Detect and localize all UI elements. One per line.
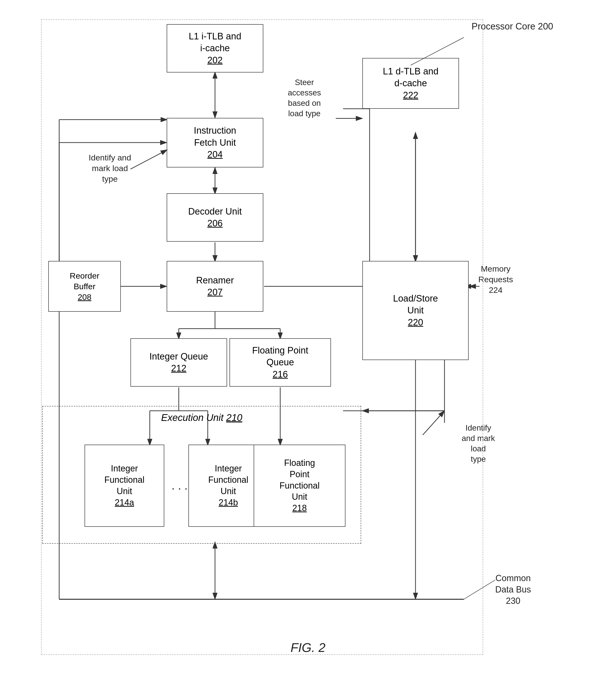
renamer-number: 207 xyxy=(207,286,223,298)
diagram: Processor Core 200 L1 i-TLB andi-cache 2… xyxy=(0,0,616,679)
decoder-label: Decoder Unit xyxy=(188,206,242,218)
reorder-number: 208 xyxy=(78,292,92,302)
fp-func-label: FloatingPointFunctionalUnit xyxy=(280,457,320,503)
load-store-number: 220 xyxy=(408,317,423,328)
box-reorder: ReorderBuffer 208 xyxy=(48,261,121,312)
ellipsis: · · · xyxy=(171,481,188,496)
fp-queue-number: 216 xyxy=(272,368,288,380)
box-decoder: Decoder Unit 206 xyxy=(167,193,263,241)
l1-itlb-label: L1 i-TLB andi-cache xyxy=(189,30,241,54)
identify-mark-label-left: Identify andmark loadtype xyxy=(72,152,148,184)
svg-line-36 xyxy=(423,411,445,435)
execution-unit-label: Execution Unit 210 xyxy=(161,411,242,424)
fig-label: FIG. 2 xyxy=(291,640,325,655)
box-renamer: Renamer 207 xyxy=(167,261,263,312)
steer-accesses-label: Steeraccessesbased onload type xyxy=(270,77,338,119)
decoder-number: 206 xyxy=(207,218,223,229)
int-queue-number: 212 xyxy=(171,362,186,374)
box-l1-dtlb: L1 d-TLB andd-cache 222 xyxy=(362,58,459,109)
l1-dtlb-label: L1 d-TLB andd-cache xyxy=(383,65,439,89)
fp-queue-label: Floating PointQueue xyxy=(252,345,308,368)
common-data-bus-label: CommonData Bus230 xyxy=(495,573,531,607)
l1-dtlb-number: 222 xyxy=(403,89,418,101)
box-int-func-a: IntegerFunctionalUnit 214a xyxy=(85,445,164,527)
box-ift-unit: InstructionFetch Unit 204 xyxy=(167,118,263,167)
int-queue-label: Integer Queue xyxy=(150,351,208,362)
reorder-label: ReorderBuffer xyxy=(70,270,100,292)
identify-mark-label-right: Identifyand markloadtype xyxy=(445,423,512,464)
ift-unit-label: InstructionFetch Unit xyxy=(194,125,236,149)
int-func-b-number: 214b xyxy=(219,497,238,508)
box-int-queue: Integer Queue 212 xyxy=(130,338,227,387)
int-func-a-number: 214a xyxy=(115,497,134,508)
fp-func-number: 218 xyxy=(292,503,307,514)
renamer-label: Renamer xyxy=(196,274,234,286)
ift-unit-number: 204 xyxy=(207,149,223,160)
box-l1-itlb: L1 i-TLB andi-cache 202 xyxy=(167,24,263,72)
load-store-label: Load/StoreUnit xyxy=(393,293,438,317)
int-func-b-label: IntegerFunctionalUnit xyxy=(208,463,248,497)
l1-itlb-number: 202 xyxy=(207,54,223,66)
processor-core-label: Processor Core 200 xyxy=(472,21,553,32)
svg-line-45 xyxy=(464,580,495,599)
int-func-a-label: IntegerFunctionalUnit xyxy=(104,463,144,497)
box-fp-func: FloatingPointFunctionalUnit 218 xyxy=(254,445,346,527)
memory-requests-label: MemoryRequests224 xyxy=(478,263,513,295)
box-load-store: Load/StoreUnit 220 xyxy=(362,261,468,360)
box-fp-queue: Floating PointQueue 216 xyxy=(229,338,331,387)
